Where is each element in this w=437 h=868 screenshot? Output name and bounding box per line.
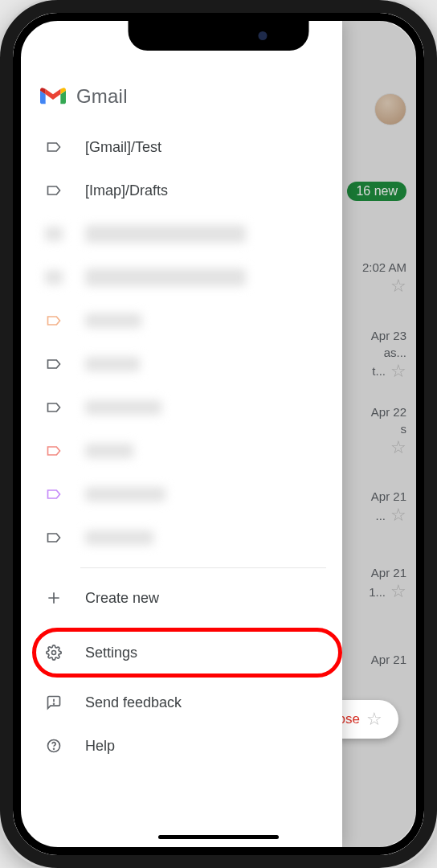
label-item-blurred[interactable] xyxy=(21,212,342,256)
label-item-blurred[interactable] xyxy=(21,342,342,386)
feedback-icon xyxy=(45,694,63,711)
label-icon xyxy=(45,485,63,503)
settings-label: Settings xyxy=(85,645,137,661)
plus-icon xyxy=(45,589,63,607)
home-indicator[interactable] xyxy=(158,835,279,839)
star-icon[interactable]: ☆ xyxy=(366,710,382,728)
label-item-blurred[interactable] xyxy=(21,516,342,559)
label-text xyxy=(85,444,133,458)
divider xyxy=(80,567,326,568)
highlight-annotation xyxy=(32,628,342,678)
label-item-gmail-test[interactable]: [Gmail]/Test xyxy=(21,125,342,169)
drawer-header: Gmail xyxy=(21,71,342,125)
label-icon xyxy=(45,268,63,286)
svg-point-2 xyxy=(54,703,55,704)
svg-point-0 xyxy=(52,651,56,655)
help-label: Help xyxy=(85,738,115,755)
label-text xyxy=(85,400,161,415)
label-text xyxy=(85,530,153,545)
label-icon xyxy=(45,182,63,199)
navigation-drawer: Gmail [Gmail]/Test [Imap]/Drafts xyxy=(21,21,342,847)
svg-point-4 xyxy=(54,748,55,749)
phone-frame: 16 new 2:02 AM ☆ Apr 23 as... t... ☆ Apr… xyxy=(0,0,437,868)
label-icon xyxy=(45,399,63,416)
label-text xyxy=(85,268,246,286)
send-feedback-button[interactable]: Send feedback xyxy=(21,681,342,724)
label-item-blurred[interactable] xyxy=(21,429,342,473)
settings-button[interactable]: Settings xyxy=(21,631,342,674)
phone-notch xyxy=(129,20,309,51)
label-icon xyxy=(45,529,63,547)
gear-icon xyxy=(45,644,63,661)
label-item-imap-drafts[interactable]: [Imap]/Drafts xyxy=(21,169,342,212)
label-item-blurred[interactable] xyxy=(21,386,342,429)
label-text: [Imap]/Drafts xyxy=(85,182,168,199)
label-icon xyxy=(45,355,63,373)
label-icon xyxy=(45,312,63,330)
help-button[interactable]: Help xyxy=(21,724,342,768)
label-text xyxy=(85,487,165,502)
app-title: Gmail xyxy=(76,85,128,108)
label-icon xyxy=(45,138,63,156)
label-text: [Gmail]/Test xyxy=(85,139,161,156)
label-item-blurred[interactable] xyxy=(21,256,342,299)
send-feedback-label: Send feedback xyxy=(85,694,182,711)
create-new-label: Create new xyxy=(85,590,159,607)
label-icon xyxy=(45,225,63,243)
gmail-logo-icon xyxy=(40,87,66,106)
label-text xyxy=(85,313,141,328)
label-item-blurred[interactable] xyxy=(21,473,342,516)
create-new-button[interactable]: Create new xyxy=(21,576,342,620)
label-text xyxy=(85,357,140,371)
label-icon xyxy=(45,442,63,460)
screen: 16 new 2:02 AM ☆ Apr 23 as... t... ☆ Apr… xyxy=(21,21,416,847)
label-text xyxy=(85,225,246,243)
help-icon xyxy=(45,737,63,755)
drawer-labels-list: [Gmail]/Test [Imap]/Drafts xyxy=(21,125,342,768)
label-item-blurred[interactable] xyxy=(21,299,342,342)
